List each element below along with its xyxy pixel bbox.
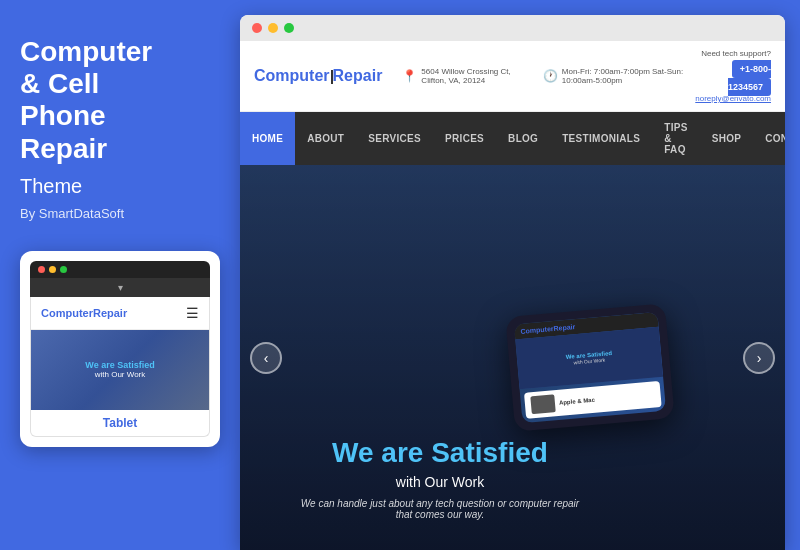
theme-title: Computer & Cell Phone Repair xyxy=(20,36,220,165)
dot-yellow xyxy=(49,266,56,273)
nav-home[interactable]: HOME xyxy=(240,112,295,165)
mockup-hero-line1: We are Satisfied xyxy=(85,360,154,370)
hero-highlight: Satisfied xyxy=(431,437,548,468)
browser-titlebar xyxy=(240,15,785,41)
clock-icon: 🕐 xyxy=(543,69,558,83)
nav-about[interactable]: ABOUT xyxy=(295,112,356,165)
browser-dot-green xyxy=(284,23,294,33)
dot-red xyxy=(38,266,45,273)
mockup-nav: ComputerRepair ☰ xyxy=(31,297,209,330)
theme-subtitle: Theme xyxy=(20,175,220,198)
mockup-hero-text: We are Satisfied with Our Work xyxy=(85,360,154,379)
browser-window: ComputerRepair 📍 5604 Willow Crossing Ct… xyxy=(240,15,785,550)
header-hours: 🕐 Mon-Fri: 7:00am-7:00pm Sat-Sun: 10:00a… xyxy=(543,67,686,85)
support-group: Need tech support? +1-800-1234567 norepl… xyxy=(695,49,771,103)
phone-mockup: ComputerRepair We are Satisfied with Our… xyxy=(505,303,674,432)
mockup-body: ComputerRepair ☰ We are Satisfied with O… xyxy=(30,297,210,437)
hero-content: We are Satisfied with Our Work We can ha… xyxy=(240,436,580,550)
hero-description: We can handle just about any tech questi… xyxy=(300,498,580,520)
mockup-hero-line2: with Our Work xyxy=(85,370,154,379)
nav-blog[interactable]: BLOG xyxy=(496,112,550,165)
support-email[interactable]: noreply@envato.com xyxy=(695,94,771,103)
theme-author: By SmartDataSoft xyxy=(20,206,220,221)
site-logo: ComputerRepair xyxy=(254,67,382,85)
mockup-hero: We are Satisfied with Our Work xyxy=(31,330,209,410)
mockup-dropdown: ▾ xyxy=(30,278,210,297)
hero-prev-arrow[interactable]: ‹ xyxy=(250,342,282,374)
nav-services[interactable]: SERVICES xyxy=(356,112,433,165)
nav-shop[interactable]: SHOP xyxy=(700,112,754,165)
mockup-titlebar xyxy=(30,261,210,278)
phone-card-label: Apple & Mac xyxy=(559,397,595,406)
dot-green xyxy=(60,266,67,273)
mockup-logo: ComputerRepair xyxy=(41,307,127,319)
hero-next-arrow[interactable]: › xyxy=(743,342,775,374)
hamburger-icon[interactable]: ☰ xyxy=(186,305,199,321)
site-nav: HOME ABOUT SERVICES PRICES BLOG TESTIMON… xyxy=(240,112,785,165)
nav-contact[interactable]: CONTACT xyxy=(753,112,785,165)
support-label: Need tech support? xyxy=(695,49,771,58)
nav-prices[interactable]: PRICES xyxy=(433,112,496,165)
tablet-label: Tablet xyxy=(31,410,209,436)
nav-testimonials[interactable]: TESTIMONIALS xyxy=(550,112,652,165)
browser-dot-yellow xyxy=(268,23,278,33)
header-address: 📍 5604 Willow Crossing Ct, Clifton, VA, … xyxy=(402,67,524,85)
mobile-mockup: ▾ ComputerRepair ☰ We are Satisfied with… xyxy=(20,251,220,447)
hero-subtitle: with Our Work xyxy=(300,474,580,490)
left-panel: Computer & Cell Phone Repair Theme By Sm… xyxy=(0,0,240,550)
browser-dot-red xyxy=(252,23,262,33)
phone-card-image xyxy=(530,394,555,414)
phone-hero-sub: with Our Work xyxy=(573,357,605,366)
support-phone[interactable]: +1-800-1234567 xyxy=(728,60,771,96)
pin-icon: 📍 xyxy=(402,69,417,83)
hero-tagline: We are Satisfied xyxy=(300,436,580,470)
site-header: ComputerRepair 📍 5604 Willow Crossing Ct… xyxy=(240,41,785,112)
nav-tips[interactable]: TIPS & FAQ xyxy=(652,112,699,165)
phone-screen-logo: ComputerRepair xyxy=(520,323,575,335)
phone-screen: ComputerRepair We are Satisfied with Our… xyxy=(514,312,666,423)
hero-section: ComputerRepair We are Satisfied with Our… xyxy=(240,165,785,550)
